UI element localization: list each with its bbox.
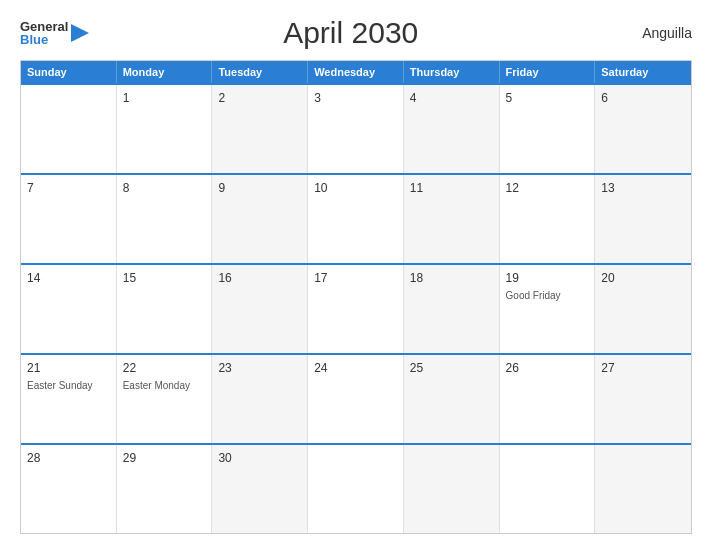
calendar-header-cell: Sunday	[21, 61, 117, 83]
calendar-cell: 5	[500, 85, 596, 173]
day-number: 15	[123, 270, 206, 287]
day-number: 3	[314, 90, 397, 107]
calendar-cell: 27	[595, 355, 691, 443]
calendar-cell	[404, 445, 500, 533]
svg-marker-0	[71, 24, 89, 42]
calendar-header-cell: Monday	[117, 61, 213, 83]
calendar-header-cell: Wednesday	[308, 61, 404, 83]
calendar-cell	[500, 445, 596, 533]
page-header: General Blue April 2030 Anguilla	[20, 16, 692, 50]
day-number: 12	[506, 180, 589, 197]
calendar-cell: 20	[595, 265, 691, 353]
calendar-cell: 7	[21, 175, 117, 263]
day-number: 19	[506, 270, 589, 287]
calendar-week: 282930	[21, 443, 691, 533]
day-number: 28	[27, 450, 110, 467]
calendar-cell: 22Easter Monday	[117, 355, 213, 443]
day-number: 14	[27, 270, 110, 287]
calendar-week: 78910111213	[21, 173, 691, 263]
calendar-cell: 12	[500, 175, 596, 263]
calendar-cell: 6	[595, 85, 691, 173]
calendar-cell: 14	[21, 265, 117, 353]
calendar-cell: 8	[117, 175, 213, 263]
calendar-cell: 15	[117, 265, 213, 353]
calendar-cell	[308, 445, 404, 533]
calendar-cell: 29	[117, 445, 213, 533]
calendar-header-cell: Saturday	[595, 61, 691, 83]
calendar-cell: 11	[404, 175, 500, 263]
day-number: 18	[410, 270, 493, 287]
day-number: 24	[314, 360, 397, 377]
page-title: April 2030	[89, 16, 612, 50]
day-number: 13	[601, 180, 685, 197]
calendar-week: 141516171819Good Friday20	[21, 263, 691, 353]
calendar-cell: 19Good Friday	[500, 265, 596, 353]
calendar-cell: 4	[404, 85, 500, 173]
day-number: 22	[123, 360, 206, 377]
day-number: 26	[506, 360, 589, 377]
day-number: 23	[218, 360, 301, 377]
calendar-cell: 23	[212, 355, 308, 443]
day-number: 2	[218, 90, 301, 107]
calendar-header-row: SundayMondayTuesdayWednesdayThursdayFrid…	[21, 61, 691, 83]
day-number: 1	[123, 90, 206, 107]
day-number: 25	[410, 360, 493, 377]
day-number: 4	[410, 90, 493, 107]
country-label: Anguilla	[612, 25, 692, 41]
logo: General Blue	[20, 20, 89, 46]
day-event: Good Friday	[506, 289, 589, 302]
day-number: 27	[601, 360, 685, 377]
calendar-cell: 24	[308, 355, 404, 443]
day-number: 17	[314, 270, 397, 287]
calendar-cell: 1	[117, 85, 213, 173]
day-number: 5	[506, 90, 589, 107]
calendar-cell: 3	[308, 85, 404, 173]
calendar-header-cell: Tuesday	[212, 61, 308, 83]
day-number: 30	[218, 450, 301, 467]
calendar-cell: 17	[308, 265, 404, 353]
day-event: Easter Monday	[123, 379, 206, 392]
calendar-cell: 25	[404, 355, 500, 443]
day-number: 21	[27, 360, 110, 377]
calendar-header-cell: Thursday	[404, 61, 500, 83]
day-number: 20	[601, 270, 685, 287]
calendar-cell: 16	[212, 265, 308, 353]
day-number: 11	[410, 180, 493, 197]
calendar-cell: 26	[500, 355, 596, 443]
calendar-cell: 10	[308, 175, 404, 263]
day-number: 6	[601, 90, 685, 107]
calendar-cell: 21Easter Sunday	[21, 355, 117, 443]
calendar-cell	[21, 85, 117, 173]
logo-blue-text: Blue	[20, 33, 68, 46]
day-number: 9	[218, 180, 301, 197]
day-number: 7	[27, 180, 110, 197]
calendar-week: 123456	[21, 83, 691, 173]
day-number: 29	[123, 450, 206, 467]
day-event: Easter Sunday	[27, 379, 110, 392]
calendar-cell: 30	[212, 445, 308, 533]
calendar-cell: 18	[404, 265, 500, 353]
calendar-header-cell: Friday	[500, 61, 596, 83]
calendar-cell: 28	[21, 445, 117, 533]
logo-flag-icon	[71, 24, 89, 42]
day-number: 8	[123, 180, 206, 197]
calendar-cell: 2	[212, 85, 308, 173]
calendar-cell: 13	[595, 175, 691, 263]
calendar-cell: 9	[212, 175, 308, 263]
day-number: 10	[314, 180, 397, 197]
calendar-body: 12345678910111213141516171819Good Friday…	[21, 83, 691, 533]
day-number: 16	[218, 270, 301, 287]
calendar: SundayMondayTuesdayWednesdayThursdayFrid…	[20, 60, 692, 534]
calendar-cell	[595, 445, 691, 533]
calendar-week: 21Easter Sunday22Easter Monday2324252627	[21, 353, 691, 443]
